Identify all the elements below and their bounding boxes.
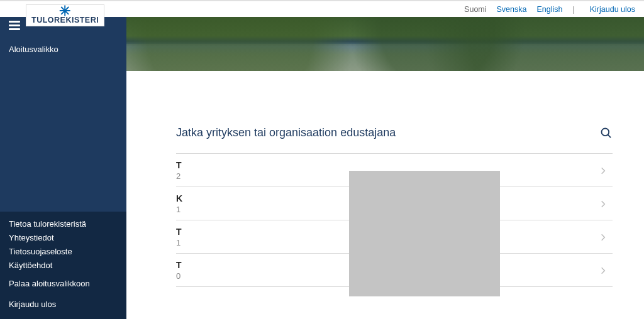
logo-asterisk-icon: ✳ (59, 7, 71, 16)
row-sub: 1 (176, 238, 182, 247)
logo[interactable]: ✳ TULOREKISTERI (26, 4, 104, 26)
top-logout-link[interactable]: Kirjaudu ulos (590, 5, 635, 14)
sidebar-item-yhteystiedot[interactable]: Yhteystiedot (9, 233, 118, 242)
sidebar-item-tietosuojaseloste[interactable]: Tietosuojaseloste (9, 247, 118, 256)
row-sub: 2 (176, 171, 182, 181)
chevron-right-icon (599, 200, 608, 208)
banner-image (126, 17, 644, 71)
sidebar-item-tietoa[interactable]: Tietoa tulorekisteristä (9, 219, 118, 229)
svg-point-0 (602, 128, 609, 136)
sidebar-item-kirjaudu-ulos[interactable]: Kirjaudu ulos (9, 300, 118, 309)
sidebar: ✳ TULOREKISTERI Aloitusvalikko Tietoa tu… (0, 17, 126, 319)
row-sub: 0 (176, 271, 182, 281)
chevron-right-icon (599, 233, 608, 242)
content: Jatka yrityksen tai organisaation edusta… (126, 17, 644, 319)
row-title: T (176, 160, 182, 170)
sidebar-item-kayttoehdot[interactable]: Käyttöehdot (9, 261, 118, 270)
sidebar-item-palaa[interactable]: Palaa aloitusvalikkoon (9, 279, 118, 288)
lang-suomi[interactable]: Suomi (464, 5, 486, 14)
section-header: Jatka yrityksen tai organisaation edusta… (176, 126, 613, 139)
row-sub: 1 (176, 205, 182, 214)
logo-text: TULOREKISTERI (31, 16, 99, 24)
row-title: K (176, 193, 182, 203)
search-icon[interactable] (600, 127, 613, 139)
row-title: T (176, 260, 182, 270)
lang-svenska[interactable]: Svenska (497, 5, 527, 14)
chevron-right-icon (599, 266, 608, 275)
top-divider: | (572, 5, 574, 14)
redaction-overlay (349, 171, 500, 296)
sidebar-item-aloitusvalikko[interactable]: Aloitusvalikko (9, 45, 118, 54)
hamburger-icon[interactable] (9, 21, 20, 30)
lang-english[interactable]: English (536, 5, 562, 14)
svg-line-1 (608, 134, 611, 137)
row-title: T (176, 227, 182, 237)
page-title: Jatka yrityksen tai organisaation edusta… (176, 126, 396, 139)
chevron-right-icon (599, 166, 608, 175)
sidebar-bottom: Tietoa tulorekisteristä Yhteystiedot Tie… (0, 212, 126, 319)
